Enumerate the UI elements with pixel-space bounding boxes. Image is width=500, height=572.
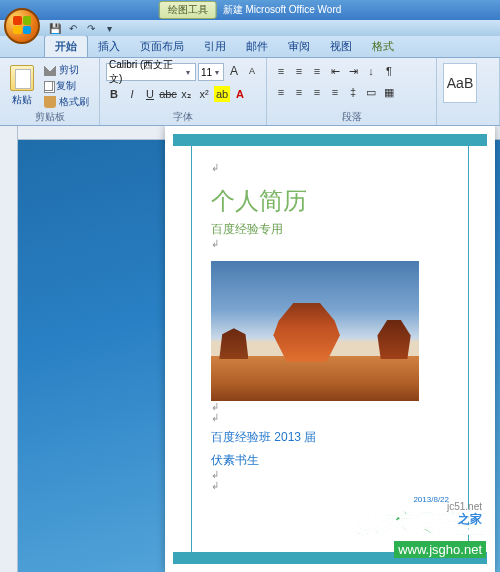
doc-line-author[interactable]: 伏素书生 (211, 452, 449, 469)
office-button[interactable] (4, 8, 40, 44)
group-font: Calibri (西文正文)▾ 11▾ A A B I U abc x₂ x² … (100, 58, 267, 125)
paragraph-mark: ↲ (211, 412, 449, 423)
page-decor-bottom (173, 552, 487, 564)
font-size-select[interactable]: 11▾ (198, 63, 224, 81)
paste-label: 粘贴 (12, 93, 32, 107)
bold-button[interactable]: B (106, 86, 122, 102)
doc-title[interactable]: 个人简历 (211, 185, 449, 217)
paragraph-mark: ↲ (211, 480, 449, 491)
line-spacing-button[interactable]: ‡ (345, 84, 361, 100)
doc-line-class[interactable]: 百度经验班 2013 届 (211, 429, 449, 446)
grow-font-button[interactable]: A (226, 63, 242, 79)
brush-icon (44, 96, 56, 108)
justify-button[interactable]: ≡ (327, 84, 343, 100)
window-title: 新建 Microsoft Office Word (223, 3, 342, 17)
ribbon-tabs: 开始 插入 页面布局 引用 邮件 审阅 视图 格式 (0, 36, 500, 58)
paste-icon (10, 65, 34, 91)
borders-button[interactable]: ▦ (381, 84, 397, 100)
page-decor-right (468, 134, 469, 564)
font-color-button[interactable]: A (232, 86, 248, 102)
cut-button[interactable]: 剪切 (42, 63, 91, 77)
group-paragraph: ≡ ≡ ≡ ⇤ ⇥ ↓ ¶ ≡ ≡ ≡ ≡ ‡ ▭ ▦ 段落 (267, 58, 437, 125)
shading-button[interactable]: ▭ (363, 84, 379, 100)
paragraph-mark: ↲ (211, 162, 449, 173)
tab-references[interactable]: 引用 (194, 36, 236, 57)
redo-icon[interactable]: ↷ (84, 21, 98, 35)
ribbon: 粘贴 剪切 复制 格式刷 剪贴板 Calibri (西文正文)▾ 11▾ A A… (0, 58, 500, 126)
underline-button[interactable]: U (142, 86, 158, 102)
contextual-tab-label: 绘图工具 (159, 1, 217, 19)
doc-date[interactable]: 2013/8/22 (211, 495, 449, 504)
tab-home[interactable]: 开始 (44, 35, 88, 57)
decrease-indent-button[interactable]: ⇤ (327, 63, 343, 79)
qat-dropdown-icon[interactable]: ▾ (102, 21, 116, 35)
group-clipboard: 粘贴 剪切 复制 格式刷 剪贴板 (0, 58, 100, 125)
document-content[interactable]: ↲ 个人简历 百度经验专用 ↲ ↲ ↲ 百度经验班 2013 届 伏素书生 ↲ … (211, 162, 449, 536)
window-titlebar: 绘图工具 新建 Microsoft Office Word (0, 0, 500, 20)
copy-button[interactable]: 复制 (42, 79, 91, 93)
group-label-clipboard: 剪贴板 (0, 110, 99, 124)
paragraph-mark: ↲ (211, 238, 449, 249)
quick-access-toolbar: 💾 ↶ ↷ ▾ (48, 21, 116, 35)
undo-icon[interactable]: ↶ (66, 21, 80, 35)
qat-area: 💾 ↶ ↷ ▾ (0, 20, 500, 36)
highlight-button[interactable]: ab (214, 86, 230, 102)
doc-image[interactable] (211, 261, 419, 401)
document-area: ↲ 个人简历 百度经验专用 ↲ ↲ ↲ 百度经验班 2013 届 伏素书生 ↲ … (0, 126, 500, 572)
sort-button[interactable]: ↓ (363, 63, 379, 79)
tab-insert[interactable]: 插入 (88, 36, 130, 57)
strikethrough-button[interactable]: abc (160, 86, 176, 102)
show-marks-button[interactable]: ¶ (381, 63, 397, 79)
font-name-select[interactable]: Calibri (西文正文)▾ (106, 63, 196, 81)
paragraph-mark: ↲ (211, 401, 449, 412)
numbering-button[interactable]: ≡ (291, 63, 307, 79)
document-page[interactable]: ↲ 个人简历 百度经验专用 ↲ ↲ ↲ 百度经验班 2013 届 伏素书生 ↲ … (165, 126, 495, 572)
save-icon[interactable]: 💾 (48, 21, 62, 35)
tab-mailings[interactable]: 邮件 (236, 36, 278, 57)
vertical-ruler[interactable] (0, 126, 18, 572)
page-decor-top (173, 134, 487, 146)
superscript-button[interactable]: x² (196, 86, 212, 102)
image-ground (211, 356, 419, 401)
group-label-font: 字体 (100, 110, 266, 124)
align-center-button[interactable]: ≡ (291, 84, 307, 100)
italic-button[interactable]: I (124, 86, 140, 102)
format-painter-button[interactable]: 格式刷 (42, 95, 91, 109)
tab-view[interactable]: 视图 (320, 36, 362, 57)
multilevel-button[interactable]: ≡ (309, 63, 325, 79)
align-left-button[interactable]: ≡ (273, 84, 289, 100)
office-logo-icon (13, 16, 31, 34)
chevron-down-icon: ▾ (212, 68, 221, 77)
increase-indent-button[interactable]: ⇥ (345, 63, 361, 79)
scissors-icon (44, 64, 56, 76)
paragraph-mark: ↲ (211, 469, 449, 480)
bullets-button[interactable]: ≡ (273, 63, 289, 79)
align-right-button[interactable]: ≡ (309, 84, 325, 100)
group-label-paragraph: 段落 (267, 110, 436, 124)
tab-page-layout[interactable]: 页面布局 (130, 36, 194, 57)
chevron-down-icon: ▾ (183, 68, 193, 77)
tab-review[interactable]: 审阅 (278, 36, 320, 57)
paste-button[interactable]: 粘贴 (4, 63, 40, 107)
tab-format[interactable]: 格式 (362, 36, 404, 57)
subscript-button[interactable]: x₂ (178, 86, 194, 102)
page-decor-left (191, 134, 192, 564)
style-normal[interactable]: AaB (443, 63, 477, 103)
copy-icon (44, 81, 53, 91)
shrink-font-button[interactable]: A (244, 63, 260, 79)
group-styles: AaB (437, 58, 500, 125)
doc-subtitle[interactable]: 百度经验专用 (211, 221, 449, 238)
